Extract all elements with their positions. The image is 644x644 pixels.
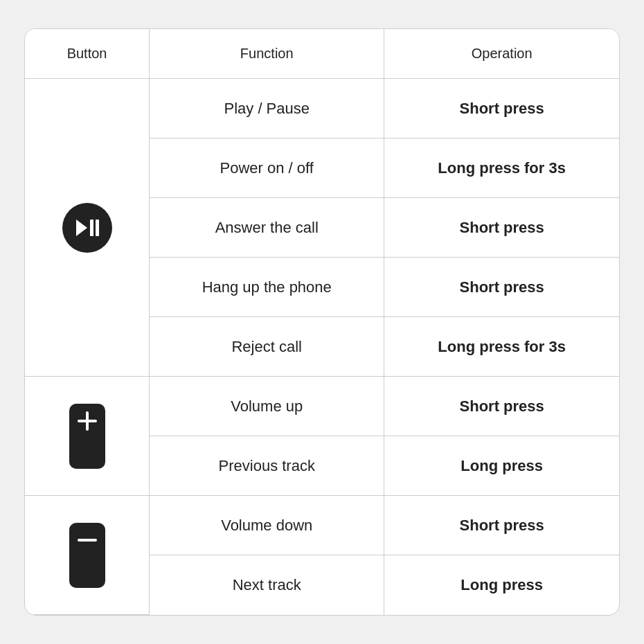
button-functions-table: Button Function Operation bbox=[25, 29, 619, 616]
operation-cell: Short press bbox=[384, 79, 619, 138]
play-pause-icon-container bbox=[25, 189, 149, 267]
function-cell: Power on / off bbox=[150, 138, 384, 198]
function-cell: Answer the call bbox=[150, 198, 384, 258]
operation-cell: Short press bbox=[384, 377, 619, 436]
volume-down-icon bbox=[69, 522, 106, 589]
volume-up-icon bbox=[69, 403, 106, 469]
operation-cell: Short press bbox=[384, 198, 619, 258]
function-cell: Hang up the phone bbox=[150, 258, 384, 317]
operation-cell: Long press for 3s bbox=[384, 138, 619, 198]
function-cell: Previous track bbox=[150, 436, 384, 496]
operation-cell: Long press for 3s bbox=[384, 317, 619, 377]
function-cell: Volume up bbox=[150, 377, 384, 436]
function-cell: Reject call bbox=[150, 317, 384, 377]
operation-cell: Long press bbox=[384, 436, 619, 496]
volume-down-icon-container bbox=[25, 508, 149, 602]
svg-rect-6 bbox=[69, 523, 105, 588]
play-pause-icon bbox=[62, 203, 112, 253]
table-row: Volume up Short press bbox=[25, 377, 619, 436]
function-cell: Play / Pause bbox=[150, 79, 384, 138]
main-table-container: Button Function Operation bbox=[24, 28, 620, 616]
table-row: Volume down Short press bbox=[25, 496, 619, 555]
header-button: Button bbox=[25, 29, 150, 79]
table-row: Play / Pause Short press bbox=[25, 79, 619, 138]
operation-cell: Long press bbox=[384, 555, 619, 615]
svg-marker-0 bbox=[76, 220, 87, 236]
svg-rect-1 bbox=[90, 220, 93, 236]
header-function: Function bbox=[150, 29, 384, 79]
volume-down-button-cell bbox=[25, 496, 150, 615]
function-cell: Volume down bbox=[150, 496, 384, 555]
play-pause-button-cell bbox=[25, 79, 150, 377]
operation-cell: Short press bbox=[384, 258, 619, 317]
function-cell: Next track bbox=[150, 555, 384, 615]
volume-up-icon-container bbox=[25, 389, 149, 483]
volume-up-button-cell bbox=[25, 377, 150, 496]
operation-cell: Short press bbox=[384, 496, 619, 555]
header-operation: Operation bbox=[384, 29, 619, 79]
svg-rect-2 bbox=[96, 220, 99, 236]
play-pause-symbol bbox=[75, 218, 100, 238]
